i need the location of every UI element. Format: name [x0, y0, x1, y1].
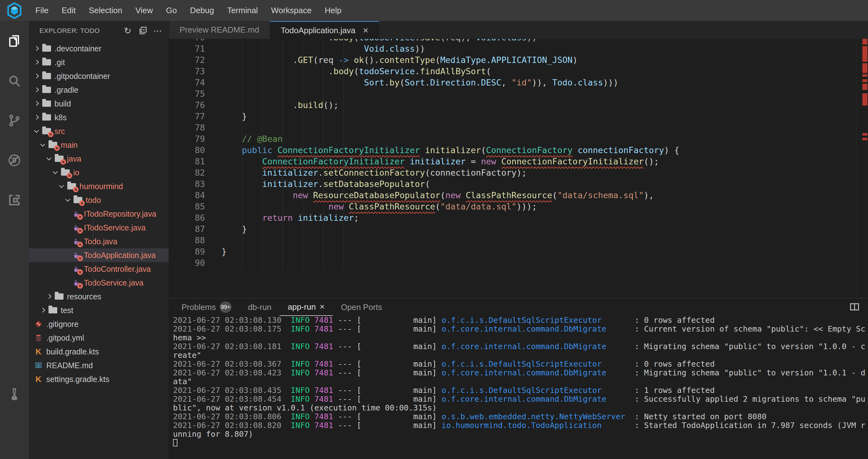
tree-item-label: build.gradle.kts: [46, 347, 99, 356]
git-icon: [34, 320, 43, 328]
error-mark: [862, 133, 867, 136]
menu-item-help[interactable]: Help: [318, 0, 348, 21]
menu-item-debug[interactable]: Debug: [183, 0, 221, 21]
test-flask-icon[interactable]: [0, 374, 29, 414]
close-icon[interactable]: ×: [319, 302, 324, 312]
overview-ruler[interactable]: [856, 39, 868, 298]
panel-tab-problems[interactable]: Problems99+: [173, 298, 240, 316]
panel-tab-db-run[interactable]: db-run: [240, 298, 279, 316]
menu-item-view[interactable]: View: [129, 0, 160, 21]
tree-item-itodoservice-java[interactable]: ✕ITodoService.java: [29, 221, 169, 234]
menu-item-edit[interactable]: Edit: [55, 0, 82, 21]
tree-item-build-gradle-kts[interactable]: Kbuild.gradle.kts: [29, 345, 169, 358]
bottom-panel: Problems99+db-runapp-run×Open Ports 2021…: [169, 298, 868, 459]
chevron-down-icon: [46, 156, 51, 161]
refresh-icon[interactable]: ↻: [122, 25, 133, 36]
code-line: 73 .body(todoService.findAllBySort(: [169, 66, 856, 77]
collapse-all-icon[interactable]: [137, 25, 148, 36]
menu-items: FileEditSelectionViewGoDebugTerminalWork…: [29, 0, 348, 21]
code-line: 72 .GET(req -> ok().contentType(MediaTyp…: [169, 55, 856, 66]
terminal-line: hema >>: [173, 334, 868, 342]
terminal-cursor: [173, 439, 178, 447]
editor-tab-preview-readme-md[interactable]: Preview README.md: [169, 21, 270, 39]
code-editor[interactable]: 70 .body(todoService.save(req), Void.cla…: [169, 39, 868, 298]
line-number: 80: [169, 145, 205, 156]
tree-item-io[interactable]: ✕io: [29, 166, 169, 179]
more-actions-icon[interactable]: ⋯: [152, 25, 163, 36]
tree-item-todoservice-java[interactable]: ✕TodoService.java: [29, 276, 169, 290]
code-line: 86 return initializer;: [169, 212, 856, 224]
java-icon: ✕: [71, 265, 81, 273]
tree-item-label: main: [61, 141, 78, 150]
folder-icon: [42, 58, 51, 66]
debug-icon[interactable]: [0, 140, 29, 180]
tab-label: Preview README.md: [180, 25, 259, 35]
terminal-output[interactable]: 2021-06-27 02:03:08.130 INFO 7481 --- [ …: [173, 316, 868, 459]
line-content: Void.class)): [205, 43, 425, 55]
line-number: 79: [169, 133, 205, 145]
search-icon[interactable]: [0, 61, 29, 101]
terminal-line: 2021-06-27 02:03:08.806 INFO 7481 --- [ …: [173, 412, 868, 421]
tree-item-todoapplication-java[interactable]: ✕TodoApplication.java: [29, 248, 169, 262]
split-panel-icon[interactable]: [849, 302, 860, 313]
tree-item-test[interactable]: test: [29, 304, 169, 317]
explorer-icon[interactable]: [0, 21, 29, 61]
tree-item--gitignore[interactable]: .gitignore: [29, 317, 169, 331]
line-number: 70: [169, 39, 205, 43]
java-icon: ✕: [71, 237, 81, 246]
file-tree: .devcontainer.git.gitpodcontainer.gradle…: [29, 40, 169, 386]
tree-item--gradle[interactable]: .gradle: [29, 83, 169, 97]
tree-item-label: java: [67, 154, 81, 164]
tree-item-readme-md[interactable]: README.md: [29, 358, 169, 372]
tree-item-todo[interactable]: ✕todo: [29, 193, 169, 207]
tree-item--gitpodcontainer[interactable]: .gitpodcontainer: [29, 69, 169, 83]
tree-item--gitpod-yml[interactable]: .gitpod.yml: [29, 331, 169, 345]
tree-item-src[interactable]: ✕src: [29, 124, 169, 138]
code-line: 83 initializer.setDatabasePopulator(: [169, 178, 856, 190]
editor-group: Preview README.mdTodoApplication.java× 7…: [169, 21, 868, 459]
chevron-right-icon: [40, 308, 45, 313]
panel-tab-app-run[interactable]: app-run×: [280, 298, 333, 316]
tree-item-todocontroller-java[interactable]: ✕TodoController.java: [29, 262, 169, 276]
folder-icon: [42, 113, 51, 121]
tree-item-resources[interactable]: resources: [29, 290, 169, 304]
chevron-down-icon: [34, 129, 39, 134]
tree-item-todo-java[interactable]: ✕Todo.java: [29, 234, 169, 248]
close-icon[interactable]: ×: [363, 26, 369, 35]
tree-item--git[interactable]: .git: [29, 55, 169, 69]
editor-tab-todoapplication-java[interactable]: TodoApplication.java×: [270, 21, 379, 39]
tree-item-label: .gitpod.yml: [46, 334, 84, 343]
error-mark: [862, 84, 867, 90]
tree-item--devcontainer[interactable]: .devcontainer: [29, 41, 169, 55]
menu-item-terminal[interactable]: Terminal: [221, 0, 265, 21]
panel-tab-label: Open Ports: [341, 303, 382, 312]
tree-item-humourmind[interactable]: ✕humourmind: [29, 179, 169, 193]
menu-item-go[interactable]: Go: [160, 0, 184, 21]
panel-tab-label: app-run: [288, 302, 316, 312]
panel-tab-bar: Problems99+db-runapp-run×Open Ports: [169, 298, 868, 316]
kotlin-icon: K: [34, 375, 43, 383]
tree-item-java[interactable]: ✕java: [29, 152, 169, 166]
tree-item-main[interactable]: ✕main: [29, 138, 169, 152]
code-line: 84 new ResourceDatabasePopulator(new Cla…: [169, 190, 856, 201]
tab-label: TodoApplication.java: [281, 26, 355, 35]
panel-tab-open-ports[interactable]: Open Ports: [333, 298, 391, 316]
explorer-toolbar: ↻ ⋯: [122, 25, 163, 36]
menu-item-workspace[interactable]: Workspace: [265, 0, 318, 21]
tree-item-settings-gradle-kts[interactable]: Ksettings.gradle.kts: [29, 372, 169, 386]
line-content: [205, 122, 221, 133]
tree-item-itodorepository-java[interactable]: ✕ITodoRepository.java: [29, 207, 169, 221]
error-badge: ✕: [60, 159, 66, 165]
tree-item-k8s[interactable]: k8s: [29, 111, 169, 124]
tree-item-label: settings.gradle.kts: [46, 375, 110, 384]
line-number: 74: [169, 77, 205, 88]
source-control-icon[interactable]: [0, 101, 29, 140]
plugins-icon[interactable]: [0, 180, 29, 220]
folder-icon: [42, 72, 51, 80]
tree-item-label: .gitignore: [46, 320, 79, 329]
menu-item-file[interactable]: File: [29, 0, 55, 21]
chevron-down-icon: [59, 184, 64, 189]
gitpod-logo-icon[interactable]: [0, 0, 29, 21]
tree-item-build[interactable]: build: [29, 97, 169, 111]
menu-item-selection[interactable]: Selection: [82, 0, 129, 21]
